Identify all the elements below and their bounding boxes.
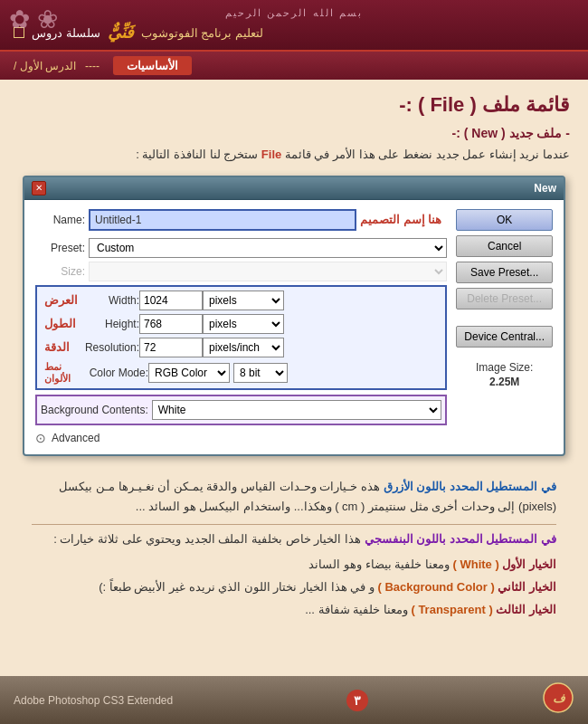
option1-name: الخيار الأول	[499, 557, 556, 571]
nav-path: ---- الدرس الأول /	[14, 60, 100, 72]
size-row: Size:	[35, 262, 447, 281]
device-central-button[interactable]: Device Central...	[456, 326, 553, 348]
width-arabic: العرض	[44, 293, 81, 307]
divider	[32, 524, 556, 525]
option3-name: الخيار الثالث	[493, 603, 556, 616]
cancel-button[interactable]: Cancel	[456, 235, 553, 257]
bg-select[interactable]: White Background Color Transparent	[152, 400, 442, 420]
image-size-value: 2.25M	[456, 376, 553, 388]
resolution-input[interactable]	[139, 338, 203, 357]
option3-text: ومعنا خلفية شفافة ...	[305, 603, 408, 616]
logo-subtitle: لتعليم برنامج الفوتوشوب	[141, 26, 263, 40]
colormode-select[interactable]: RGB Color Grayscale CMYK Color Lab Color…	[148, 363, 230, 383]
resolution-label: Resolution:	[81, 341, 139, 354]
nav-bar: الأساسيات ---- الدرس الأول /	[0, 52, 588, 80]
nav-dots: ----	[85, 60, 100, 72]
nav-active-label: الأساسيات	[113, 56, 192, 75]
footer-page-number: ٣	[346, 690, 368, 711]
section-new-label: - ملف جديد ( New ) :-	[18, 126, 570, 140]
blue-measurements-section: العرض Width: pixels inches cm mm	[35, 285, 447, 390]
height-row: الطول Height: pixels inches cm mm	[41, 314, 441, 334]
ok-button[interactable]: OK	[456, 209, 553, 231]
name-label: Name:	[35, 214, 85, 226]
decorative-flowers: ❀ ✿	[9, 5, 58, 34]
blue-explain-para: في المستطيل المحدد باللون الأزرق هذه خـي…	[32, 477, 556, 517]
width-label: Width:	[81, 294, 139, 307]
dialog-form: Name: هنا إسم التصميم Preset: Custom Def…	[35, 209, 447, 445]
section-desc-text: عندما نريد إنشاء عمل جديد نضغط على هذا ا…	[281, 148, 570, 161]
image-size-label: Image Size:	[456, 361, 553, 374]
option1-text: ومعنا خلفية بيضاء وهو الساند	[308, 557, 449, 571]
purple-explain-title: في المستطيل المحدد باللون البنفسجي	[365, 532, 556, 546]
blue-explain-title: في المستطيل المحدد باللون الأزرق	[384, 480, 556, 493]
size-select[interactable]	[89, 262, 447, 281]
dialog-inner: Name: هنا إسم التصميم Preset: Custom Def…	[35, 209, 553, 445]
option2-text: و في هذا الخيار نختار اللون الذي نريده غ…	[99, 580, 375, 594]
dialog-titlebar: New ✕	[24, 177, 564, 200]
logo-brand: فَنِّيٌّ	[108, 23, 134, 43]
option2-value: ( Background Color )	[377, 580, 494, 594]
header-logo-row: لتعليم برنامج الفوتوشوب فَنِّيٌّ سلسلة د…	[14, 23, 574, 43]
height-arabic: الطول	[44, 317, 81, 330]
dialog-actions: OK Cancel Save Preset... Delete Preset..…	[456, 209, 553, 445]
option2-name: الخيار الثاني	[495, 580, 556, 594]
bismillah-text: بسم الله الرحمن الرحيم	[14, 7, 574, 19]
nav-path-text: الدرس الأول /	[14, 60, 76, 72]
bits-select[interactable]: 8 bit 16 bit 32 bit	[233, 363, 288, 383]
page-title: قائمة ملف ( File ) :-	[18, 93, 570, 117]
option1-para: الخيار الأول ( White ) ومعنا خلفية بيضاء…	[32, 555, 556, 575]
resolution-unit-select[interactable]: pixels/inch pixels/cm	[203, 338, 284, 357]
new-dialog: New ✕ Name: هنا إسم التصميم Preset:	[23, 176, 565, 456]
header: ❀ ✿ بسم الله الرحمن الرحيم لتعليم برنامج…	[0, 0, 588, 52]
delete-preset-button[interactable]: Delete Preset...	[456, 288, 553, 310]
main-content: قائمة ملف ( File ) :- - ملف جديد ( New )…	[0, 80, 588, 677]
advanced-chevron-icon: ⊙	[35, 431, 46, 445]
name-arabic-label: هنا إسم التصميم	[360, 213, 441, 226]
advanced-row[interactable]: ⊙ Advanced	[35, 431, 447, 445]
option3-para: الخيار الثالث ( Transparent ) ومعنا خلفي…	[32, 600, 556, 620]
svg-text:ف: ف	[553, 691, 566, 705]
colormode-label: Color Mode:	[81, 367, 148, 379]
name-row: Name: هنا إسم التصميم	[35, 209, 447, 231]
height-input[interactable]	[139, 314, 203, 334]
size-label: Size:	[35, 265, 85, 278]
dialog-close-button[interactable]: ✕	[32, 181, 46, 195]
dialog-body: Name: هنا إسم التصميم Preset: Custom Def…	[24, 200, 564, 454]
bg-contents-section: Background Contents: White Background Co…	[35, 395, 447, 425]
preset-label: Preset:	[35, 242, 85, 254]
height-unit-select[interactable]: pixels inches cm mm	[203, 314, 284, 334]
image-size-block: Image Size: 2.25M	[456, 361, 553, 388]
colormode-row: نمط الألوان Color Mode: RGB Color Graysc…	[41, 361, 441, 385]
preset-select[interactable]: Custom Default Photoshop Size Letter Leg…	[89, 238, 447, 258]
bg-label: Background Contents:	[41, 404, 148, 416]
resolution-arabic: الدقة	[44, 340, 81, 354]
colormode-arabic: نمط الألوان	[44, 361, 81, 385]
file-keyword: File	[261, 148, 281, 161]
resolution-row: الدقة Resolution: pixels/inch pixels/cm	[41, 338, 441, 357]
option2-para: الخيار الثاني ( Background Color ) و في …	[32, 577, 556, 597]
dialog-title: New	[534, 182, 556, 195]
footer-text: Adobe Photoshop CS3 Extended	[14, 694, 173, 707]
footer-logo: ف	[542, 681, 574, 719]
section-new-desc: عندما نريد إنشاء عمل جديد نضغط على هذا ا…	[18, 146, 570, 165]
width-unit-select[interactable]: pixels inches cm mm	[203, 291, 284, 310]
explain-block: في المستطيل المحدد باللون الأزرق هذه خـي…	[18, 470, 570, 628]
height-label: Height:	[81, 318, 139, 330]
footer: ف ٣ Adobe Photoshop CS3 Extended	[0, 676, 588, 724]
section-desc-text2: ستخرج لنا النافذة التالية :	[136, 148, 261, 161]
advanced-label: Advanced	[52, 432, 100, 444]
name-input[interactable]	[89, 209, 356, 231]
option1-value: ( White )	[452, 557, 498, 571]
save-preset-button[interactable]: Save Preset...	[456, 262, 553, 283]
width-row: العرض Width: pixels inches cm mm	[41, 291, 441, 310]
purple-explain-para: في المستطيل المحدد باللون البنفسجي هذا ا…	[32, 529, 556, 549]
preset-row: Preset: Custom Default Photoshop Size Le…	[35, 238, 447, 258]
option3-value: ( Transparent )	[411, 603, 492, 616]
width-input[interactable]	[139, 291, 203, 310]
purple-explain-text: هذا الخيار خاص بخلفية الملف الجديد ويحتو…	[53, 532, 361, 546]
